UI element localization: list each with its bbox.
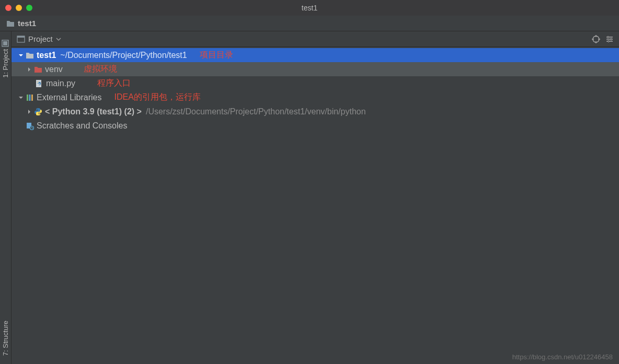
- tree-node-main-py-name: main.py: [46, 79, 75, 88]
- chevron-down-icon[interactable]: [56, 37, 61, 42]
- annotation-external-libs: IDEA的引用包，运行库: [114, 92, 201, 103]
- project-tree[interactable]: test1 ~/Documents/Project/Python/test1 项…: [12, 47, 619, 364]
- annotation-root: 项目目录: [200, 50, 233, 61]
- tree-node-main-py[interactable]: main.py 程序入口: [12, 76, 619, 90]
- tree-node-scratches[interactable]: Scratches and Consoles: [12, 119, 619, 133]
- svg-point-5: [607, 36, 609, 38]
- python-icon: [33, 108, 43, 116]
- sidebar-tab-structure-label: 7: Structure: [2, 321, 9, 356]
- breadcrumb-project-name: test1: [18, 19, 36, 28]
- tree-node-venv-name: venv: [45, 65, 63, 74]
- project-view-icon: [17, 35, 25, 43]
- tree-node-venv[interactable]: venv 虚拟环境: [12, 62, 619, 76]
- sidebar-tab-project-label: 1: Project: [2, 49, 9, 78]
- chevron-right-icon[interactable]: [25, 67, 33, 72]
- window-titlebar: test1: [0, 0, 619, 16]
- tree-node-root-name: test1: [37, 51, 56, 60]
- tree-node-python-sdk-name: < Python 3.9 (test1) (2) >: [45, 107, 142, 116]
- python-file-icon: [35, 79, 44, 88]
- breadcrumb[interactable]: test1: [0, 16, 619, 31]
- svg-point-9: [37, 81, 38, 83]
- chevron-down-icon[interactable]: [17, 95, 25, 100]
- tree-node-scratches-name: Scratches and Consoles: [37, 121, 127, 131]
- window-title: test1: [302, 4, 317, 12]
- svg-rect-3: [17, 36, 25, 38]
- tree-node-external-libraries[interactable]: External Libraries IDEA的引用包，运行库: [12, 90, 619, 104]
- settings-icon[interactable]: [605, 35, 614, 43]
- traffic-lights: [5, 5, 32, 11]
- svg-rect-10: [27, 95, 28, 101]
- sidebar-tab-project[interactable]: 1: Project: [1, 34, 10, 83]
- svg-rect-1: [4, 41, 8, 45]
- project-panel-header: Project: [12, 31, 619, 47]
- minimize-window-button[interactable]: [16, 5, 22, 11]
- svg-point-7: [608, 40, 610, 42]
- target-icon[interactable]: [592, 35, 600, 43]
- close-window-button[interactable]: [5, 5, 12, 11]
- tree-node-python-sdk-path: /Users/zst/Documents/Project/Python/test…: [146, 107, 366, 116]
- watermark: https://blog.csdn.net/u012246458: [512, 353, 613, 361]
- project-panel: Project t: [12, 31, 619, 364]
- folder-icon: [25, 52, 35, 59]
- chevron-right-icon[interactable]: [25, 109, 33, 114]
- sidebar-tab-structure[interactable]: 7: Structure: [1, 315, 10, 361]
- panel-header-label[interactable]: Project: [28, 34, 53, 43]
- project-icon: [2, 40, 9, 47]
- left-sidebar-tabs: 1: Project 7: Structure: [0, 31, 12, 364]
- folder-excluded-icon: [33, 66, 43, 73]
- scratches-icon: [25, 122, 35, 130]
- svg-rect-12: [31, 95, 33, 101]
- annotation-venv: 虚拟环境: [84, 64, 117, 75]
- tree-node-root[interactable]: test1 ~/Documents/Project/Python/test1 项…: [12, 48, 619, 62]
- maximize-window-button[interactable]: [26, 5, 32, 11]
- folder-icon: [6, 20, 15, 27]
- tree-node-root-path: ~/Documents/Project/Python/test1: [60, 51, 187, 60]
- tree-node-external-libraries-name: External Libraries: [37, 93, 102, 102]
- svg-rect-11: [29, 95, 31, 101]
- libraries-icon: [25, 93, 35, 102]
- svg-point-6: [611, 38, 612, 40]
- tree-node-python-sdk[interactable]: < Python 3.9 (test1) (2) > /Users/zst/Do…: [12, 104, 619, 119]
- annotation-main-py: 程序入口: [97, 78, 131, 89]
- chevron-down-icon[interactable]: [17, 53, 25, 58]
